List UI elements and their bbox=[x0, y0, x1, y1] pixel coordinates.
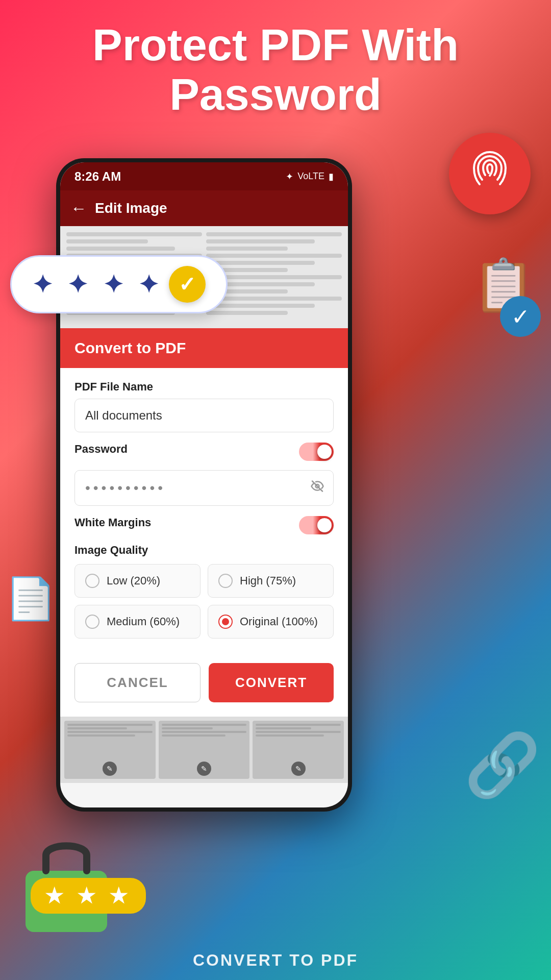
password-asterisks: ✦ ✦ ✦ ✦ bbox=[32, 270, 163, 299]
password-label: Password bbox=[74, 443, 128, 456]
quality-low-label: Low (20%) bbox=[107, 574, 160, 587]
password-pill: ✦ ✦ ✦ ✦ ✓ bbox=[10, 255, 228, 313]
quality-options: Low (20%) High (75%) Medium (60%) Origin… bbox=[74, 564, 334, 639]
modal-title: Convert to PDF bbox=[74, 339, 186, 356]
status-icons: ✦ VoLTE ▮ bbox=[286, 171, 334, 182]
radio-medium bbox=[85, 615, 99, 629]
bottom-label: CONVERT TO PDF bbox=[0, 951, 551, 970]
pdf-badge-decoration: 📄 bbox=[5, 575, 56, 623]
fingerprint-icon bbox=[467, 147, 513, 200]
blue-check-decoration: ✓ bbox=[500, 296, 541, 337]
thumbnail-2[interactable]: ✎ bbox=[159, 721, 250, 779]
action-buttons: CANCEL CONVERT bbox=[60, 663, 348, 717]
edit-icon-1: ✎ bbox=[103, 762, 117, 776]
password-toggle[interactable] bbox=[299, 443, 334, 461]
app-bar: ← Edit Image bbox=[60, 190, 348, 226]
signal-icon: VoLTE bbox=[297, 171, 324, 182]
radio-low bbox=[85, 574, 99, 588]
white-margins-toggle[interactable] bbox=[299, 516, 334, 534]
quality-medium[interactable]: Medium (60%) bbox=[74, 605, 201, 639]
back-button[interactable]: ← bbox=[70, 199, 87, 218]
edit-icon-2: ✎ bbox=[197, 762, 211, 776]
quality-original-label: Original (100%) bbox=[240, 615, 318, 628]
app-bar-title: Edit Image bbox=[95, 200, 167, 216]
radio-high bbox=[218, 574, 233, 588]
bluetooth-icon: ✦ bbox=[286, 171, 293, 182]
quality-high[interactable]: High (75%) bbox=[208, 564, 334, 598]
status-bar: 8:26 AM ✦ VoLTE ▮ bbox=[60, 162, 348, 190]
quality-original[interactable]: Original (100%) bbox=[208, 605, 334, 639]
battery-icon: ▮ bbox=[329, 171, 334, 182]
password-input[interactable] bbox=[74, 470, 334, 506]
edit-icon-3: ✎ bbox=[291, 762, 306, 776]
white-margins-row: White Margins bbox=[74, 516, 334, 534]
quality-medium-label: Medium (60%) bbox=[107, 615, 180, 628]
star-badge-decoration: ★ ★ ★ bbox=[31, 878, 146, 914]
eye-icon[interactable] bbox=[310, 479, 324, 497]
ring-decoration: 🔗 bbox=[464, 729, 541, 801]
quality-high-label: High (75%) bbox=[240, 574, 296, 587]
check-badge: ✓ bbox=[169, 266, 206, 303]
hero-title: Protect PDF With Password bbox=[0, 20, 551, 119]
fingerprint-badge bbox=[449, 133, 531, 214]
cancel-button[interactable]: CANCEL bbox=[74, 663, 201, 702]
status-time: 8:26 AM bbox=[74, 169, 121, 184]
thumbnail-1[interactable]: ✎ bbox=[64, 721, 156, 779]
password-field-wrap bbox=[74, 470, 334, 506]
file-name-input[interactable] bbox=[74, 399, 334, 432]
quality-low[interactable]: Low (20%) bbox=[74, 564, 201, 598]
white-margins-label: White Margins bbox=[74, 516, 151, 529]
convert-button[interactable]: CONVERT bbox=[209, 663, 334, 702]
image-quality-label: Image Quality bbox=[74, 544, 334, 557]
convert-modal: Convert to PDF PDF File Name Password bbox=[60, 328, 348, 783]
file-name-label: PDF File Name bbox=[74, 380, 334, 394]
thumbnail-3[interactable]: ✎ bbox=[253, 721, 344, 779]
password-toggle-row: Password bbox=[74, 443, 334, 461]
radio-original bbox=[218, 615, 233, 629]
modal-header: Convert to PDF bbox=[60, 328, 348, 368]
modal-body: PDF File Name Password bbox=[60, 368, 348, 663]
thumbnail-row: ✎ ✎ bbox=[60, 717, 348, 783]
